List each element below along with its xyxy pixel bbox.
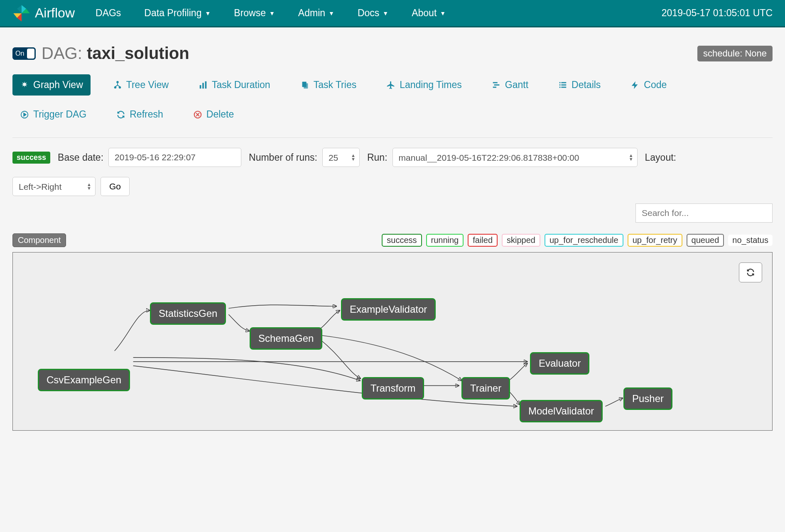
svg-rect-15 <box>493 86 496 88</box>
refresh-icon <box>116 110 125 119</box>
files-icon <box>300 81 309 90</box>
nav-admin-label: Admin <box>298 7 325 19</box>
node-transform[interactable]: Transform <box>362 377 424 400</box>
chevron-down-icon: ▼ <box>205 10 211 17</box>
nav-about[interactable]: About ▼ <box>412 7 446 19</box>
gantt-icon <box>492 81 501 90</box>
node-pusher[interactable]: Pusher <box>623 387 672 410</box>
lightning-icon <box>630 81 640 90</box>
nav-data-profiling-label: Data Profiling <box>144 7 201 19</box>
num-runs-label: Number of runs: <box>249 152 317 163</box>
action-refresh-label: Refresh <box>130 109 163 120</box>
node-schema-gen[interactable]: SchemaGen <box>250 327 322 350</box>
tree-icon <box>113 81 122 90</box>
base-date-input[interactable] <box>108 148 241 167</box>
node-evaluator[interactable]: Evaluator <box>530 352 589 375</box>
legend-queued[interactable]: queued <box>687 234 724 247</box>
tab-code[interactable]: Code <box>623 74 674 96</box>
nav-data-profiling[interactable]: Data Profiling ▼ <box>144 7 211 19</box>
num-runs-select[interactable]: 25 <box>322 148 360 167</box>
svg-rect-13 <box>493 82 498 83</box>
dag-prefix: DAG: <box>42 44 82 62</box>
svg-rect-16 <box>559 82 561 83</box>
node-statistics-gen[interactable]: StatisticsGen <box>150 302 226 325</box>
asterisk-icon <box>20 81 29 90</box>
view-tabs: Graph View Tree View Task Duration Task … <box>12 74 773 125</box>
chevron-down-icon: ▼ <box>269 10 275 17</box>
nav-browse[interactable]: Browse ▼ <box>234 7 275 19</box>
svg-rect-14 <box>494 84 499 86</box>
pinwheel-icon <box>12 4 31 22</box>
tab-graph-view[interactable]: Graph View <box>12 74 91 96</box>
nav-dags[interactable]: DAGs <box>96 7 121 19</box>
legend-up-for-retry[interactable]: up_for_retry <box>628 234 682 247</box>
action-trigger-dag-label: Trigger DAG <box>33 109 86 120</box>
legend-skipped[interactable]: skipped <box>502 234 540 247</box>
legend-running[interactable]: running <box>426 234 464 247</box>
layout-select[interactable]: Left->Right <box>12 177 96 196</box>
layout-label: Layout: <box>645 152 676 163</box>
nav-admin[interactable]: Admin ▼ <box>298 7 334 19</box>
bar-chart-icon <box>199 81 208 90</box>
controls-row: success Base date: Number of runs: 25 ▲▼… <box>12 148 773 196</box>
dag-toggle-on[interactable]: On <box>12 47 36 60</box>
svg-rect-19 <box>561 84 566 86</box>
tab-landing-times[interactable]: Landing Times <box>379 74 469 96</box>
svg-rect-8 <box>200 85 201 88</box>
tab-task-tries[interactable]: Task Tries <box>293 74 364 96</box>
chevron-down-icon: ▼ <box>440 10 446 17</box>
divider <box>12 137 773 138</box>
nav-about-label: About <box>412 7 437 19</box>
schedule-badge: schedule: None <box>697 46 773 61</box>
nav-docs[interactable]: Docs ▼ <box>358 7 388 19</box>
search-input[interactable] <box>635 203 773 223</box>
node-example-validator[interactable]: ExampleValidator <box>341 298 436 321</box>
list-icon <box>558 81 567 90</box>
play-circle-icon <box>20 110 29 119</box>
legend-row: Component success running failed skipped… <box>12 233 773 247</box>
plane-icon <box>386 81 395 90</box>
nav-browse-label: Browse <box>234 7 266 19</box>
page-title: DAG: taxi_solution <box>42 44 189 63</box>
operator-legend-component: Component <box>12 233 66 247</box>
top-navbar: Airflow DAGs Data Profiling ▼ Browse ▼ A… <box>0 0 785 27</box>
tab-task-duration[interactable]: Task Duration <box>191 74 278 96</box>
svg-rect-9 <box>202 83 204 88</box>
legend-success[interactable]: success <box>382 234 422 247</box>
dag-header: On DAG: taxi_solution schedule: None <box>12 44 773 63</box>
svg-point-5 <box>116 81 119 83</box>
nav-docs-label: Docs <box>358 7 379 19</box>
brand-text: Airflow <box>35 5 75 21</box>
run-label: Run: <box>367 152 388 163</box>
node-model-validator[interactable]: ModelValidator <box>520 400 603 422</box>
svg-rect-21 <box>561 86 566 88</box>
node-csv-example-gen[interactable]: CsvExampleGen <box>38 369 130 391</box>
action-refresh[interactable]: Refresh <box>109 104 171 125</box>
tab-task-tries-label: Task Tries <box>314 79 357 91</box>
svg-rect-18 <box>559 84 561 86</box>
tab-gantt[interactable]: Gantt <box>484 74 536 96</box>
legend-no-status[interactable]: no_status <box>728 235 773 246</box>
tab-graph-view-label: Graph View <box>33 79 83 91</box>
node-trainer[interactable]: Trainer <box>461 377 510 400</box>
run-select[interactable]: manual__2019-05-16T22:29:06.817838+00:00 <box>392 148 638 167</box>
tab-tree-view[interactable]: Tree View <box>105 74 176 96</box>
tab-code-label: Code <box>644 79 667 91</box>
svg-rect-17 <box>561 82 566 83</box>
dag-name: taxi_solution <box>87 44 189 62</box>
base-date-label: Base date: <box>58 152 103 163</box>
action-trigger-dag[interactable]: Trigger DAG <box>12 104 94 125</box>
graph-canvas[interactable]: CsvExampleGen StatisticsGen SchemaGen Ex… <box>12 252 773 431</box>
tab-landing-times-label: Landing Times <box>400 79 462 91</box>
legend-failed[interactable]: failed <box>468 234 498 247</box>
tab-gantt-label: Gantt <box>505 79 528 91</box>
chevron-down-icon: ▼ <box>329 10 334 17</box>
svg-marker-4 <box>17 5 22 13</box>
legend-up-for-reschedule[interactable]: up_for_reschedule <box>545 234 623 247</box>
go-button[interactable]: Go <box>101 177 130 196</box>
tab-details[interactable]: Details <box>551 74 608 96</box>
tab-task-duration-label: Task Duration <box>212 79 270 91</box>
brand-logo[interactable]: Airflow <box>12 4 75 22</box>
svg-rect-12 <box>304 83 308 88</box>
action-delete[interactable]: Delete <box>186 104 241 125</box>
